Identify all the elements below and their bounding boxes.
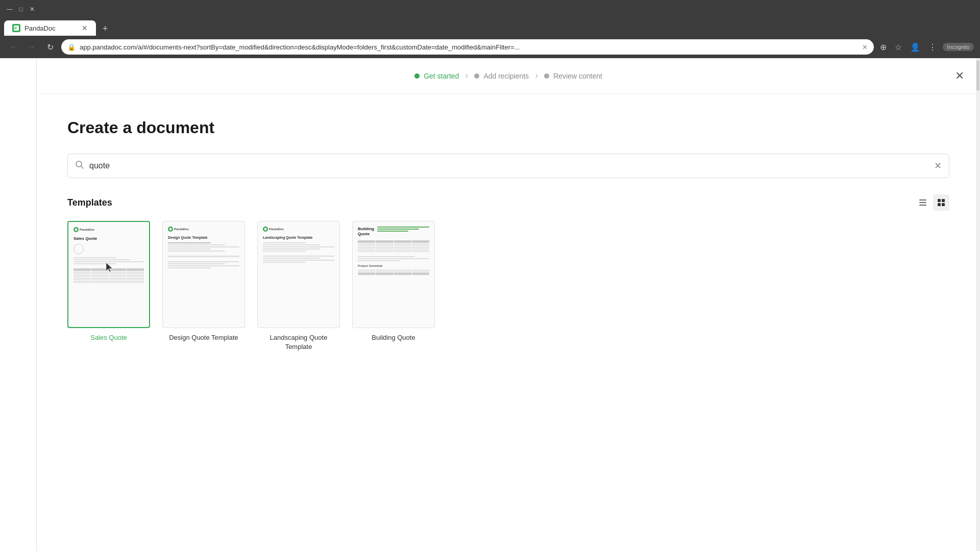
step-2-label: Add recipients bbox=[483, 72, 529, 80]
template-title-preview-2: Design Quote Template bbox=[168, 236, 239, 239]
template-preview-design-quote: PandaDoc Design Quote Template bbox=[162, 221, 245, 328]
address-text: app.pandadoc.com/a/#/documents-next?sort… bbox=[80, 43, 858, 51]
lock-icon: 🔒 bbox=[67, 43, 76, 51]
scrollbar-thumb bbox=[976, 60, 979, 91]
address-bar[interactable]: 🔒 app.pandadoc.com/a/#/documents-next?so… bbox=[61, 39, 874, 55]
template-preview-building-quote: BuildingQuote bbox=[352, 221, 435, 328]
templates-section-title: Templates bbox=[67, 197, 112, 208]
template-name-landscaping-quote: Landscaping Quote Template bbox=[257, 333, 340, 352]
template-preview-sales-quote: PandaDoc Sales Quote bbox=[67, 221, 150, 328]
template-logo-1: PandaDoc bbox=[74, 227, 94, 232]
templates-section-header: Templates bbox=[67, 194, 949, 211]
step-get-started: Get started bbox=[414, 72, 459, 80]
create-document-modal: Get started › Add recipients › Review co… bbox=[37, 58, 980, 551]
search-container: ✕ bbox=[67, 154, 949, 178]
page-title: Create a document bbox=[67, 118, 949, 137]
view-toggle bbox=[915, 194, 949, 211]
template-name-sales-quote: Sales Quote bbox=[90, 333, 127, 342]
template-lines-3b bbox=[263, 256, 334, 263]
page-content: Get started › Add recipients › Review co… bbox=[0, 58, 980, 551]
pandadoc-favicon: P bbox=[12, 24, 20, 32]
step-3-dot bbox=[544, 73, 549, 79]
step-arrow-1: › bbox=[465, 70, 468, 81]
window-controls: — □ ✕ bbox=[6, 6, 36, 13]
step-3-label: Review content bbox=[553, 72, 602, 80]
active-tab[interactable]: P PandaDoc ✕ bbox=[4, 20, 96, 36]
svg-line-3 bbox=[81, 166, 83, 168]
bookmark-button[interactable]: ☆ bbox=[893, 40, 904, 54]
template-name-design-quote: Design Quote Template bbox=[169, 333, 238, 342]
template-lines-2b bbox=[168, 256, 239, 268]
template-name-building-quote: Building Quote bbox=[372, 333, 415, 342]
step-1-label: Get started bbox=[424, 72, 459, 80]
template-card-landscaping-quote[interactable]: PandaDoc Landscaping Quote Template bbox=[257, 221, 340, 352]
svg-point-12 bbox=[169, 228, 172, 231]
nav-bar: ← → ↻ 🔒 app.pandadoc.com/a/#/documents-n… bbox=[0, 36, 980, 58]
title-bar: — □ ✕ bbox=[0, 0, 980, 18]
template-lines-1 bbox=[74, 257, 144, 264]
grid-view-button[interactable] bbox=[933, 194, 949, 211]
step-1-dot bbox=[414, 73, 420, 79]
template-title-preview-1: Sales Quote bbox=[74, 236, 144, 241]
window-close-button[interactable]: ✕ bbox=[29, 6, 36, 13]
svg-rect-9 bbox=[938, 203, 941, 206]
building-quote-header: BuildingQuote bbox=[358, 227, 429, 236]
template-card-design-quote[interactable]: PandaDoc Design Quote Template bbox=[162, 221, 245, 352]
svg-rect-7 bbox=[938, 199, 941, 202]
modal-body: Create a document ✕ Templates bbox=[37, 94, 980, 551]
svg-point-2 bbox=[76, 161, 82, 167]
step-2-dot bbox=[474, 73, 479, 79]
template-table-1 bbox=[74, 268, 144, 283]
minimize-button[interactable]: — bbox=[6, 6, 13, 13]
step-add-recipients: Add recipients bbox=[474, 72, 529, 80]
search-clear-button[interactable]: ✕ bbox=[934, 160, 942, 171]
search-icon bbox=[75, 160, 84, 171]
modal-header: Get started › Add recipients › Review co… bbox=[37, 58, 980, 94]
profile-button[interactable]: 👤 bbox=[908, 40, 922, 54]
svg-point-13 bbox=[264, 228, 267, 231]
nav-actions: ⊕ ☆ 👤 ⋮ Incognito bbox=[878, 40, 974, 54]
search-input[interactable] bbox=[89, 161, 929, 170]
forward-button[interactable]: → bbox=[24, 40, 39, 54]
template-schedule-4 bbox=[358, 269, 429, 275]
svg-rect-4 bbox=[919, 199, 926, 201]
sidebar bbox=[0, 58, 37, 551]
scrollbar[interactable] bbox=[976, 58, 980, 551]
template-lines-3 bbox=[263, 242, 334, 252]
template-title-preview-3: Landscaping Quote Template bbox=[263, 236, 334, 239]
svg-rect-10 bbox=[942, 203, 945, 206]
template-card-sales-quote[interactable]: PandaDoc Sales Quote bbox=[67, 221, 150, 352]
maximize-button[interactable]: □ bbox=[17, 6, 24, 13]
tab-close-button[interactable]: ✕ bbox=[82, 24, 88, 32]
more-button[interactable]: ⋮ bbox=[926, 40, 939, 54]
step-arrow-2: › bbox=[535, 70, 538, 81]
template-logo-3: PandaDoc bbox=[263, 227, 284, 232]
templates-grid: PandaDoc Sales Quote bbox=[67, 221, 949, 352]
reload-button[interactable]: ↻ bbox=[43, 40, 57, 54]
incognito-badge: Incognito bbox=[943, 43, 974, 51]
tab-title: PandaDoc bbox=[24, 24, 56, 32]
svg-rect-8 bbox=[942, 199, 945, 202]
svg-rect-5 bbox=[919, 202, 926, 203]
svg-point-11 bbox=[75, 229, 78, 231]
template-table-4 bbox=[358, 240, 429, 252]
template-lines-2 bbox=[168, 242, 239, 252]
modal-close-button[interactable]: ✕ bbox=[951, 68, 968, 84]
tabs-bar: P PandaDoc ✕ + bbox=[0, 18, 980, 36]
new-tab-button[interactable]: + bbox=[98, 21, 112, 36]
template-card-building-quote[interactable]: BuildingQuote bbox=[352, 221, 435, 352]
extensions-button[interactable]: ⊕ bbox=[878, 40, 889, 54]
clear-address-icon: ✕ bbox=[862, 43, 868, 51]
svg-text:P: P bbox=[14, 26, 17, 31]
svg-rect-6 bbox=[919, 205, 926, 206]
template-lines-4 bbox=[358, 256, 429, 261]
step-review-content: Review content bbox=[544, 72, 602, 80]
steps-indicator: Get started › Add recipients › Review co… bbox=[414, 70, 602, 81]
template-preview-landscaping-quote: PandaDoc Landscaping Quote Template bbox=[257, 221, 340, 328]
browser-frame: — □ ✕ P PandaDoc ✕ + ← → ↻ 🔒 app.pandado… bbox=[0, 0, 980, 58]
template-circle-1 bbox=[74, 244, 84, 254]
list-view-button[interactable] bbox=[915, 194, 931, 211]
back-button[interactable]: ← bbox=[6, 40, 20, 54]
template-logo-2: PandaDoc bbox=[168, 227, 189, 232]
